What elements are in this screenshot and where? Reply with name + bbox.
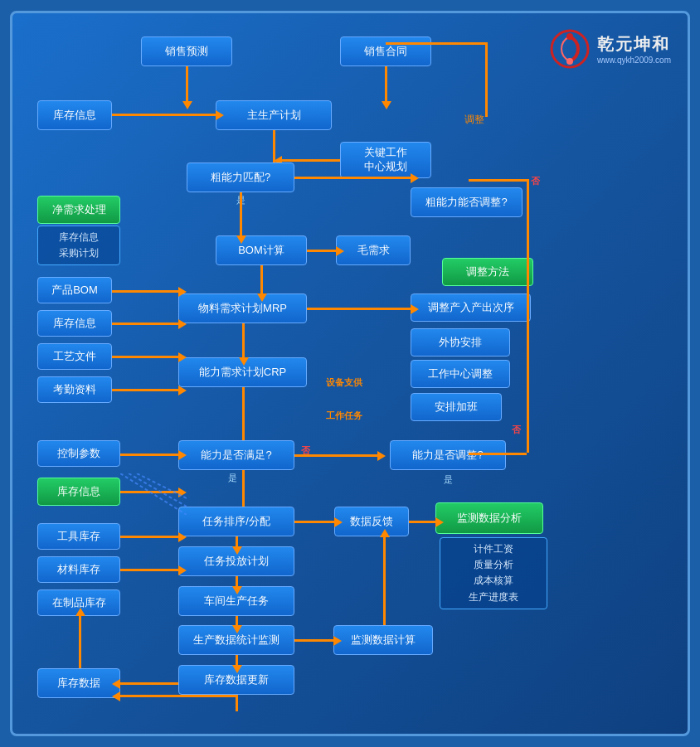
arrow-h-rough <box>294 177 411 179</box>
panel-net-demand-info: 库存信息 采购计划 <box>37 226 120 265</box>
arrow-h-loop-right <box>469 453 527 455</box>
side-quality: 质量分析 <box>445 557 542 573</box>
arrow-v-mc-ma <box>383 537 386 625</box>
arrow-v-adjust <box>485 42 488 117</box>
arrow-h-feed-monitor <box>409 521 435 523</box>
box-process-file: 工艺文件 <box>37 343 112 370</box>
arrow-h-mrp-seq <box>307 308 411 310</box>
label-no1: 否 <box>531 175 540 187</box>
svg-point-2 <box>566 58 573 65</box>
box-inventory3: 库存信息 <box>37 478 120 506</box>
side-cost: 成本核算 <box>445 573 542 589</box>
arrow-h-cap-no <box>294 454 377 457</box>
arrow-h-ctrl-task <box>120 454 178 456</box>
arrow-v-st-pdm <box>236 616 238 625</box>
box-adjust-method: 调整方法 <box>442 258 533 286</box>
website: www.qykh2009.com <box>597 56 671 65</box>
box-inventory2: 库存信息 <box>37 310 112 337</box>
box-work-center-adj: 工作中心调整 <box>411 360 510 388</box>
panel-monitor-items: 计件工资 质量分析 成本核算 生产进度表 <box>440 537 547 609</box>
arrow-v2 <box>385 66 387 101</box>
arrow-h-pdm-mc <box>294 639 333 642</box>
logo-icon <box>549 28 591 70</box>
svg-line-4 <box>129 473 187 507</box>
box-mrp: 物料需求计划MRP <box>178 293 307 323</box>
side-purchase-plan: 采购计划 <box>43 245 114 261</box>
box-inventory-top: 库存信息 <box>37 100 112 130</box>
label-adjust1: 调整 <box>464 113 484 127</box>
arrow-v-pdm-iu <box>236 655 238 665</box>
box-task-schedule: 任务排序/分配 <box>178 507 294 536</box>
arrow-h-key <box>282 159 340 162</box>
label-equip: 设备支供 <box>326 376 362 389</box>
box-arrange-overtime: 安排加班 <box>411 393 502 421</box>
box-monitor-calc: 监测数据计算 <box>333 625 433 655</box>
box-sales-contract: 销售合同 <box>340 36 431 66</box>
arrow-v-id-up <box>79 616 81 668</box>
arrow-h-loop-top <box>469 179 527 182</box>
box-product-bom: 产品BOM <box>37 277 112 303</box>
arrow-v-ts-tr <box>236 536 238 546</box>
arrow-h-inv-mrp <box>112 323 178 325</box>
arrow-h-id-iu <box>120 682 178 685</box>
logo-text: 乾元坤和 www.qykh2009.com <box>597 33 671 65</box>
arrow-h-inv1 <box>112 114 216 116</box>
box-net-demand: 净需求处理 <box>37 196 120 224</box>
box-rough-adjust: 粗能力能否调整? <box>411 187 523 217</box>
arrow-v-satisfy-task <box>242 470 245 507</box>
side-piecework: 计件工资 <box>445 541 542 557</box>
arrow-h-bom-gross <box>307 250 336 252</box>
box-rough-match: 粗能力匹配? <box>187 162 294 192</box>
box-material-inventory: 材料库存 <box>37 556 120 583</box>
box-cap-satisfy: 能力是否满足? <box>178 440 294 470</box>
box-monitor-analysis: 监测数据分析 <box>435 502 543 534</box>
box-inventory-data: 库存数据 <box>37 668 120 698</box>
deco-lines <box>120 473 187 515</box>
svg-point-1 <box>566 33 573 40</box>
box-main-prod-plan: 主生产计划 <box>216 100 332 130</box>
label-yes-satisfy: 是 <box>228 472 237 484</box>
label-no-right: 否 <box>512 424 521 436</box>
arrow-h-mat-tr <box>120 569 178 571</box>
box-outsource: 外协安排 <box>411 328 510 357</box>
svg-line-5 <box>137 473 187 498</box>
arrow-v-right-loop <box>527 179 529 453</box>
logo-area: 乾元坤和 www.qykh2009.com <box>549 28 671 70</box>
label-work-order: 工作任务 <box>326 410 362 422</box>
arrow-v-bom <box>240 192 242 235</box>
box-control-param: 控制参数 <box>37 440 120 467</box>
side-inventory-info: 库存信息 <box>43 230 114 245</box>
arrow-h-att-crp <box>112 389 178 391</box>
box-adjust-seq: 调整产入产出次序 <box>411 293 531 322</box>
arrow-h-proc-crp <box>112 356 178 358</box>
side-schedule: 生产进度表 <box>445 589 542 605</box>
arrow-v-iu-id <box>236 695 238 711</box>
box-data-feedback: 数据反馈 <box>334 507 409 536</box>
arrow-v1 <box>186 66 188 101</box>
arrow-v-bom-mrp <box>260 265 263 293</box>
arrow-h-task-feed <box>294 521 334 523</box>
box-attendance: 考勤资料 <box>37 376 112 403</box>
box-cap-adjust: 能力是否调整? <box>390 440 506 470</box>
box-gross-demand: 毛需求 <box>336 235 411 265</box>
arrow-v-tr-st <box>236 576 238 586</box>
box-bom-calc: BOM计算 <box>216 235 307 265</box>
arrow-h-adjust <box>386 42 485 45</box>
label-yes-cap: 是 <box>444 473 453 486</box>
arrow-h-tool-ts <box>120 536 178 538</box>
arrow-h-bom-mrp <box>112 290 178 293</box>
arrow-v-mrp-crp <box>242 323 245 357</box>
company-name: 乾元坤和 <box>597 33 671 56</box>
main-diagram: 乾元坤和 www.qykh2009.com 销售预测 销售合同 主生产计划 库存… <box>10 11 690 736</box>
svg-line-3 <box>120 473 187 515</box>
box-sales-forecast: 销售预测 <box>141 36 232 66</box>
arrow-h-iu-down <box>120 695 236 697</box>
box-tool-inventory: 工具库存 <box>37 523 120 550</box>
arrow-v-crp-cap <box>242 387 245 441</box>
